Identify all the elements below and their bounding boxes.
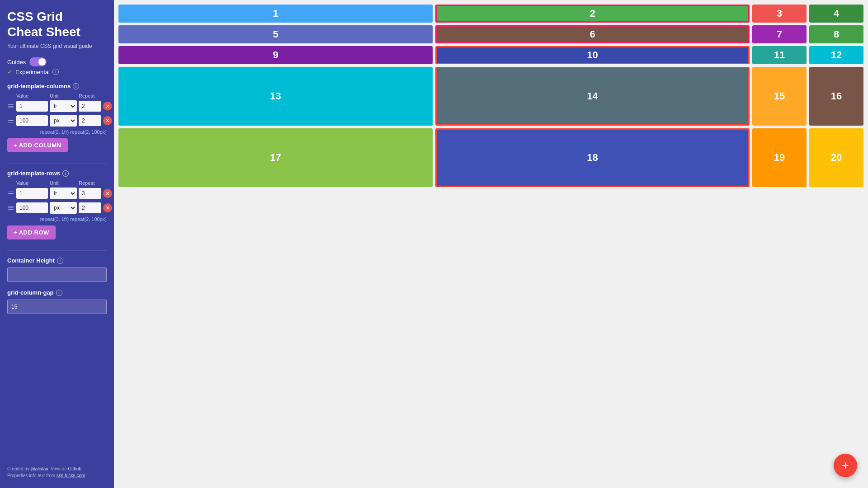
grid-cell-1: 1 (118, 5, 433, 23)
delete-row1-button[interactable]: × (103, 189, 112, 198)
sidebar: CSS Grid Cheat Sheet Your ultimate CSS g… (0, 0, 114, 488)
guides-label: Guides (7, 59, 26, 66)
experimental-check-icon: ✓ (7, 68, 13, 75)
columns-formula: repeat(2, 1fr) repeat(2, 100px) (7, 129, 107, 135)
row-row-1: fr px % em auto × (7, 188, 107, 199)
rows-headers: Value Unit Repeat (7, 180, 107, 186)
grid-cell-3: 3 (752, 5, 807, 23)
drag-handle-col-1[interactable] (7, 103, 14, 109)
columns-section: grid-template-columns i Value Unit Repea… (7, 83, 107, 160)
row2-repeat-input[interactable] (79, 202, 101, 213)
col1-unit-select[interactable]: fr px % em auto (50, 100, 77, 112)
grid-cell-4: 4 (809, 5, 863, 23)
grid-cell-10: 10 (435, 46, 750, 64)
guides-toggle[interactable] (29, 57, 47, 66)
columns-section-title: grid-template-columns i (7, 83, 107, 89)
grid-column-gap-title: grid-column-gap i (7, 289, 107, 296)
grid-cell-13: 13 (118, 67, 433, 126)
grid-cell-16: 16 (809, 67, 863, 126)
delete-col1-button[interactable]: × (103, 102, 112, 111)
grid-cell-8: 8 (809, 25, 863, 43)
container-height-input[interactable] (7, 267, 107, 282)
col1-repeat-input[interactable] (79, 101, 101, 112)
rows-info-icon[interactable]: i (62, 170, 69, 177)
col-header-unit: Unit (50, 93, 77, 99)
section-divider-1 (7, 163, 107, 164)
col1-value-input[interactable] (16, 101, 48, 112)
css-tricks-link[interactable]: css-tricks.com (57, 473, 85, 478)
alialaa-link[interactable]: @alialaa (31, 466, 48, 471)
grid-cell-12: 12 (809, 46, 863, 64)
grid-cell-14: 14 (435, 67, 750, 126)
columns-headers: Value Unit Repeat (7, 93, 107, 99)
delete-row2-button[interactable]: × (103, 203, 112, 212)
section-divider-2 (7, 250, 107, 251)
container-height-section: Container Height i (7, 257, 107, 282)
guides-row: Guides (7, 57, 107, 66)
col2-value-input[interactable] (16, 115, 48, 126)
columns-info-icon[interactable]: i (73, 83, 79, 89)
drag-handle-row-2[interactable] (7, 205, 14, 211)
row2-unit-select[interactable]: fr px % em auto (50, 202, 77, 214)
grid-cell-17: 17 (118, 128, 433, 187)
grid-cell-2: 2 (435, 5, 750, 23)
delete-col2-button[interactable]: × (103, 116, 112, 125)
fab-add-button[interactable]: + (834, 454, 857, 477)
col2-unit-select[interactable]: fr px % em auto (50, 115, 77, 127)
rows-section-title: grid-template-rows i (7, 170, 107, 177)
row-header-repeat: Repeat (79, 180, 101, 186)
footer: Created by @alialaa. View on Github Prop… (7, 460, 107, 479)
grid-cell-9: 9 (118, 46, 433, 64)
column-row-1: fr px % em auto × (7, 100, 107, 112)
row1-unit-select[interactable]: fr px % em auto (50, 188, 77, 199)
grid-cell-6: 6 (435, 25, 750, 43)
row-row-2: fr px % em auto × (7, 202, 107, 214)
grid-column-gap-info-icon[interactable]: i (56, 290, 62, 296)
container-height-info-icon[interactable]: i (57, 258, 63, 264)
row1-value-input[interactable] (16, 188, 48, 199)
grid-display: 1234567891011121314151617181920 (118, 5, 863, 187)
container-height-title: Container Height i (7, 257, 107, 264)
github-link[interactable]: Github (68, 466, 81, 471)
main-area: 1234567891011121314151617181920 (114, 0, 868, 488)
app-subtitle: Your ultimate CSS grid visual guide (7, 43, 107, 49)
grid-cell-15: 15 (752, 67, 807, 126)
col2-repeat-input[interactable] (79, 115, 101, 126)
experimental-row: ✓ Experimental i (7, 68, 107, 75)
drag-handle-col-2[interactable] (7, 118, 14, 124)
row2-value-input[interactable] (16, 202, 48, 213)
column-row-2: fr px % em auto × (7, 115, 107, 127)
col-header-repeat: Repeat (79, 93, 101, 99)
add-column-button[interactable]: + ADD COLUMN (7, 138, 68, 152)
row-header-unit: Unit (50, 180, 77, 186)
add-row-button[interactable]: + ADD ROW (7, 225, 56, 239)
grid-cell-7: 7 (752, 25, 807, 43)
rows-formula: repeat(3, 1fr) repeat(2, 100px) (7, 216, 107, 222)
grid-cell-18: 18 (435, 128, 750, 187)
grid-cell-20: 20 (809, 128, 863, 187)
rows-section: grid-template-rows i Value Unit Repeat f… (7, 170, 107, 247)
grid-column-gap-input[interactable] (7, 300, 107, 314)
grid-cell-19: 19 (752, 128, 807, 187)
grid-column-gap-section: grid-column-gap i (7, 289, 107, 314)
col-header-value: Value (16, 93, 48, 99)
grid-cell-5: 5 (118, 25, 433, 43)
grid-cell-11: 11 (752, 46, 807, 64)
row1-repeat-input[interactable] (79, 188, 101, 199)
app-title: CSS Grid Cheat Sheet (7, 9, 107, 39)
experimental-info-icon[interactable]: i (52, 69, 59, 75)
experimental-label: Experimental (15, 69, 50, 75)
drag-handle-row-1[interactable] (7, 191, 14, 197)
row-header-value: Value (16, 180, 48, 186)
